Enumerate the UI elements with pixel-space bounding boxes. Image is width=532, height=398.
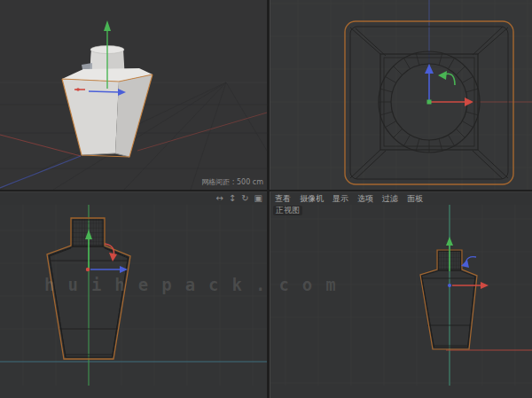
x-axis-arrow[interactable] — [465, 98, 473, 106]
menu-options[interactable]: 选项 — [353, 192, 378, 205]
menu-view[interactable]: 查看 — [270, 192, 295, 205]
world-grid — [270, 0, 532, 190]
z-axis-arrow[interactable] — [425, 64, 434, 74]
menu-display[interactable]: 显示 — [328, 192, 353, 205]
origin-dot — [427, 100, 432, 105]
rotate-band-handle[interactable] — [109, 253, 117, 261]
quad-viewport-workspace: 网格间距 : 500 cm — [0, 0, 532, 398]
pan-camera-icon[interactable]: ↔ — [213, 192, 225, 205]
viewport-top[interactable] — [270, 0, 532, 190]
menu-panel[interactable]: 面板 — [403, 192, 427, 205]
grid-spacing-hud: 网格间距 : 500 cm — [201, 177, 263, 187]
viewport-front-view[interactable]: 查看 摄像机 显示 选项 过滤 面板 正视图 — [270, 191, 532, 398]
x-axis-arrow[interactable] — [481, 282, 489, 289]
y-axis-arrow[interactable] — [446, 237, 453, 246]
viewport-perspective[interactable]: 网格间距 : 500 cm — [0, 0, 267, 190]
dolly-camera-icon[interactable]: ↕ — [226, 192, 239, 205]
origin-dot — [86, 268, 90, 271]
perspective-canvas[interactable] — [0, 0, 267, 190]
right-view-canvas[interactable] — [0, 191, 267, 386]
world-grid — [270, 191, 532, 386]
menu-filter[interactable]: 过滤 — [378, 192, 403, 205]
viewport-titlebar: ↔ ↕ ↻ ▣ — [0, 191, 267, 205]
view-label: 正视图 — [273, 206, 302, 215]
front-view-canvas[interactable] — [270, 191, 532, 386]
menu-cameras[interactable]: 摄像机 — [295, 192, 328, 205]
y-axis-arrow[interactable] — [104, 20, 111, 31]
viewport-menubar: 查看 摄像机 显示 选项 过滤 面板 — [270, 191, 532, 205]
top-canvas[interactable] — [270, 0, 532, 190]
world-grid — [0, 191, 267, 386]
origin-dot — [448, 284, 451, 287]
toggle-view-icon[interactable]: ▣ — [252, 192, 265, 205]
viewport-right-view[interactable]: ↔ ↕ ↻ ▣ — [0, 191, 267, 398]
axis-gizmo[interactable] — [425, 64, 473, 106]
bottle-wireframe-front[interactable] — [420, 250, 477, 349]
rotate-band-handle[interactable] — [438, 71, 447, 80]
rotate-camera-icon[interactable]: ↻ — [239, 192, 251, 205]
